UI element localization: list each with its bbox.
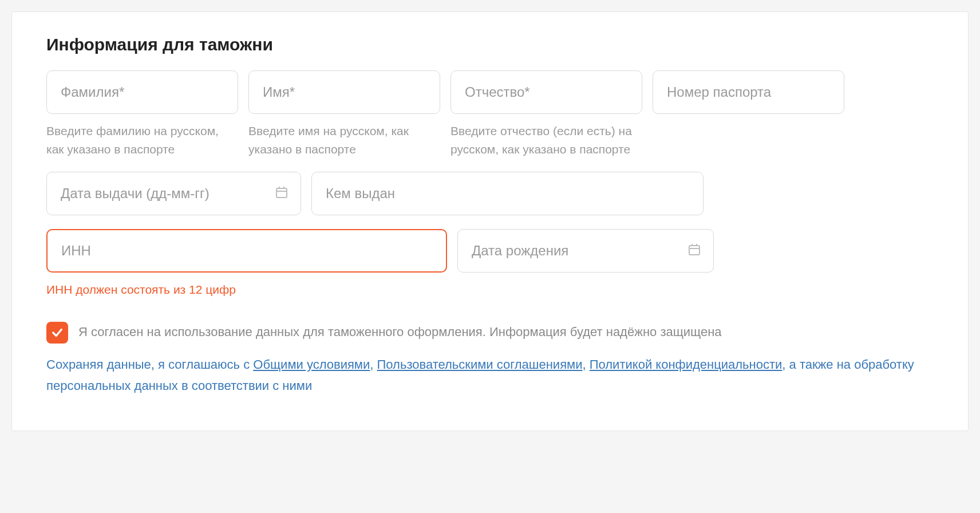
field-issue-date bbox=[46, 172, 301, 215]
birth-date-input[interactable] bbox=[457, 229, 714, 273]
link-user-agreement[interactable]: Пользовательскими соглашениями bbox=[377, 357, 583, 372]
patronymic-input[interactable] bbox=[451, 70, 642, 114]
legal-sep2: , bbox=[582, 357, 589, 372]
section-title: Информация для таможни bbox=[46, 35, 934, 54]
row-inn-birth: ИНН должен состоять из 12 цифр bbox=[46, 229, 934, 299]
field-passport-number bbox=[653, 70, 844, 114]
surname-input[interactable] bbox=[46, 70, 238, 114]
inn-error: ИНН должен состоять из 12 цифр bbox=[46, 281, 447, 299]
row-personal: Введите фамилию на русском, как указано … bbox=[46, 70, 934, 158]
field-issued-by bbox=[311, 172, 704, 215]
surname-hint: Введите фамилию на русском, как указано … bbox=[46, 122, 238, 158]
consent-label: Я согласен на использование данных для т… bbox=[78, 323, 722, 341]
name-input[interactable] bbox=[248, 70, 440, 114]
field-inn: ИНН должен состоять из 12 цифр bbox=[46, 229, 447, 299]
passport-number-input[interactable] bbox=[653, 70, 844, 114]
legal-prefix: Сохраняя данные, я соглашаюсь с bbox=[46, 357, 253, 372]
row-passport bbox=[46, 172, 934, 215]
field-name: Введите имя на русском, как указано в па… bbox=[248, 70, 440, 158]
patronymic-hint: Введите отчество (если есть) на русском,… bbox=[451, 122, 642, 158]
field-patronymic: Введите отчество (если есть) на русском,… bbox=[451, 70, 642, 158]
issued-by-input[interactable] bbox=[311, 172, 704, 215]
issue-date-input[interactable] bbox=[46, 172, 301, 215]
link-terms[interactable]: Общими условиями bbox=[253, 357, 370, 372]
field-surname: Введите фамилию на русском, как указано … bbox=[46, 70, 238, 158]
consent-checkbox[interactable] bbox=[46, 322, 68, 344]
link-privacy-policy[interactable]: Политикой конфиденциальности bbox=[590, 357, 783, 372]
legal-sep1: , bbox=[370, 357, 377, 372]
legal-text: Сохраняя данные, я соглашаюсь с Общими у… bbox=[46, 354, 934, 397]
consent-row: Я согласен на использование данных для т… bbox=[46, 322, 934, 344]
check-icon bbox=[51, 326, 64, 339]
field-birth-date bbox=[457, 229, 714, 273]
inn-input[interactable] bbox=[46, 229, 447, 273]
name-hint: Введите имя на русском, как указано в па… bbox=[248, 122, 440, 158]
customs-info-card: Информация для таможни Введите фамилию н… bbox=[11, 11, 969, 431]
